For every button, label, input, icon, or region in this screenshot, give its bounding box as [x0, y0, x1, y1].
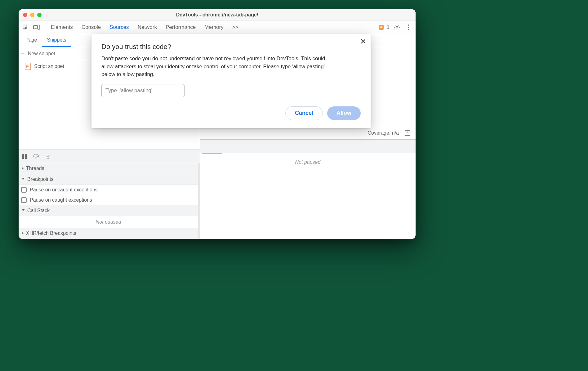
- dialog-actions: Cancel Allow: [101, 106, 361, 120]
- tab-console[interactable]: Console: [82, 24, 101, 30]
- coverage-status: Coverage: n/a: [368, 130, 399, 136]
- issues-count[interactable]: 1: [387, 25, 390, 30]
- caret-right-icon: [22, 232, 24, 235]
- panel-tabs: Elements Console Sources Network Perform…: [51, 24, 376, 30]
- trust-code-dialog: ✕ Do you trust this code? Don't paste co…: [91, 34, 371, 128]
- caret-right-icon: [22, 167, 24, 170]
- svg-point-4: [408, 25, 409, 26]
- caret-down-icon: [22, 209, 25, 212]
- tab-performance[interactable]: Performance: [166, 24, 196, 30]
- checkbox-icon[interactable]: [21, 197, 27, 203]
- checkbox-icon[interactable]: [21, 187, 27, 193]
- checkbox-label: Pause on caught exceptions: [30, 197, 92, 203]
- section-label: Breakpoints: [27, 177, 54, 182]
- svg-rect-2: [38, 25, 40, 29]
- tab-overflow[interactable]: >>: [232, 24, 238, 30]
- close-window-button[interactable]: [23, 13, 27, 17]
- devtools-window: DevTools - chrome://new-tab-page/ Elemen…: [19, 9, 416, 239]
- dialog-body: Don't paste code you do not understand o…: [101, 55, 337, 78]
- section-label: Call Stack: [27, 208, 50, 213]
- svg-rect-1: [33, 25, 37, 29]
- toolbar-right: ■ 1: [379, 23, 413, 32]
- section-xhr-breakpoints[interactable]: XHR/fetch Breakpoints: [19, 228, 198, 239]
- svg-rect-7: [22, 154, 24, 159]
- window-title: DevTools - chrome://new-tab-page/: [19, 12, 416, 18]
- main-toolbar: Elements Console Sources Network Perform…: [19, 20, 416, 34]
- svg-rect-11: [405, 131, 410, 136]
- pause-icon[interactable]: [21, 153, 28, 160]
- svg-point-6: [408, 29, 409, 30]
- minimize-window-button[interactable]: [30, 13, 34, 17]
- tab-elements[interactable]: Elements: [51, 24, 73, 30]
- debugger-toolbar: [19, 150, 200, 163]
- section-call-stack[interactable]: Call Stack: [19, 205, 198, 216]
- status-bar: Coverage: n/a: [200, 127, 416, 140]
- snippet-file-icon: [25, 63, 31, 70]
- svg-point-5: [408, 27, 409, 28]
- step-over-icon[interactable]: [33, 153, 40, 160]
- debug-sections: Threads Breakpoints Pause on uncaught ex…: [19, 163, 200, 239]
- dialog-title: Do you trust this code?: [101, 43, 361, 51]
- sub-tab-page[interactable]: Page: [20, 34, 42, 47]
- issues-badge-icon[interactable]: ■: [379, 25, 384, 30]
- tab-sources[interactable]: Sources: [109, 24, 129, 30]
- svg-point-10: [47, 158, 49, 159]
- debugger-toolbar-right: [200, 140, 416, 153]
- tab-memory[interactable]: Memory: [204, 24, 223, 30]
- caret-down-icon: [22, 178, 25, 181]
- plus-icon[interactable]: +: [21, 50, 25, 57]
- cancel-button[interactable]: Cancel: [285, 106, 323, 120]
- inspect-icon[interactable]: [21, 23, 30, 32]
- title-bar: DevTools - chrome://new-tab-page/: [19, 9, 416, 20]
- expand-icon[interactable]: [403, 129, 412, 137]
- new-snippet-button[interactable]: New snippet: [28, 51, 55, 56]
- step-into-icon[interactable]: [45, 153, 51, 160]
- section-label: XHR/fetch Breakpoints: [26, 230, 76, 236]
- tab-network[interactable]: Network: [138, 24, 157, 30]
- allow-pasting-input[interactable]: [101, 84, 185, 97]
- sub-tab-snippets[interactable]: Snippets: [42, 34, 71, 47]
- gear-icon[interactable]: [393, 23, 401, 32]
- svg-point-9: [35, 157, 37, 159]
- svg-point-3: [396, 26, 398, 28]
- scope-watch-pane: Not paused: [200, 153, 416, 239]
- more-icon[interactable]: [404, 23, 413, 32]
- window-controls: [23, 13, 42, 17]
- pause-caught-row[interactable]: Pause on caught exceptions: [19, 195, 198, 205]
- section-label: Threads: [26, 166, 44, 171]
- section-breakpoints[interactable]: Breakpoints: [19, 174, 198, 185]
- right-pane-status: Not paused: [295, 159, 321, 165]
- pause-uncaught-row[interactable]: Pause on uncaught exceptions: [19, 185, 198, 195]
- device-toolbar-icon[interactable]: [32, 23, 41, 32]
- allow-button[interactable]: Allow: [327, 106, 361, 120]
- close-icon[interactable]: ✕: [360, 38, 366, 45]
- svg-rect-8: [25, 154, 27, 159]
- maximize-window-button[interactable]: [37, 13, 42, 17]
- checkbox-label: Pause on uncaught exceptions: [30, 187, 98, 193]
- snippet-name: Script snippet: [34, 64, 64, 69]
- section-threads[interactable]: Threads: [19, 163, 198, 174]
- call-stack-status: Not paused: [19, 216, 198, 228]
